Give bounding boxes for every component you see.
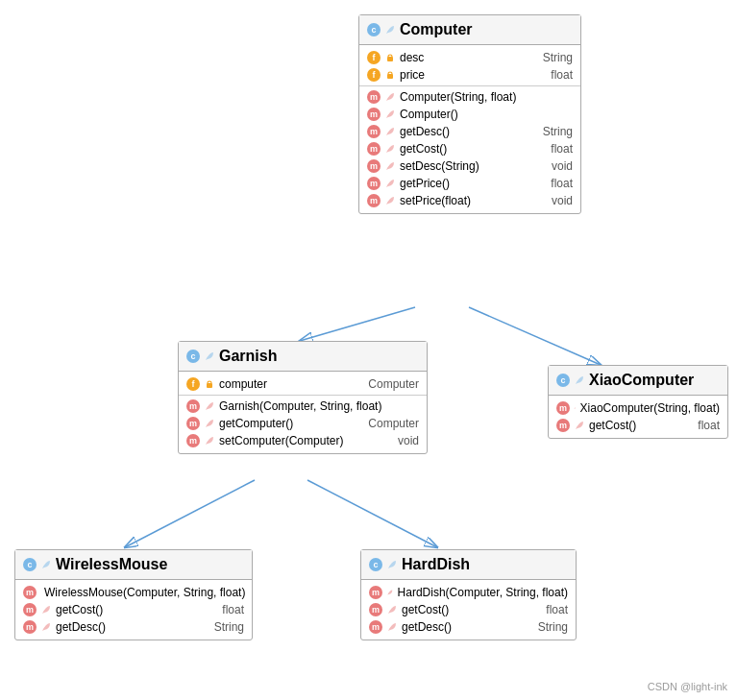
method-name: getDesc()	[402, 620, 452, 634]
field-type: Computer	[368, 377, 419, 391]
method-name: getCost()	[402, 603, 449, 616]
class-xiaocomputer-body: m XiaoComputer(String, float) m getCost(…	[549, 396, 727, 438]
table-row: m getCost() float	[361, 601, 576, 618]
class-wirelessmouse-body: m WirelessMouse(Computer, String, float)…	[15, 580, 252, 640]
method-type: float	[222, 603, 244, 616]
method-type: float	[546, 603, 568, 616]
method-name: getCost()	[56, 603, 103, 616]
badge-m: m	[556, 401, 570, 415]
method-name: HardDish(Computer, String, float)	[398, 586, 568, 599]
leaf-icon-garnish	[204, 350, 215, 362]
field-name: desc	[400, 51, 424, 64]
svg-line-4	[307, 480, 437, 547]
method-type: float	[698, 419, 720, 432]
method-name: getComputer()	[219, 417, 293, 430]
class-harddish-body: m HardDish(Computer, String, float) m ge…	[361, 580, 576, 640]
table-row: m getPrice() float	[359, 175, 580, 192]
method-name: Garnish(Computer, String, float)	[219, 399, 381, 413]
badge-f: f	[367, 68, 381, 82]
table-row: m Computer()	[359, 106, 580, 123]
method-name: XiaoComputer(String, float)	[580, 401, 720, 415]
class-garnish: c Garnish f computer Computer m Garnish(…	[178, 341, 428, 454]
class-garnish-body: f computer Computer m Garnish(Computer, …	[179, 372, 427, 453]
badge-m: m	[367, 142, 381, 156]
table-row: f computer Computer	[179, 375, 427, 393]
badge-c-wirelessmouse: c	[23, 558, 37, 571]
badge-m: m	[369, 586, 382, 599]
leaf-icon	[386, 621, 398, 633]
table-row: m getComputer() Computer	[179, 415, 427, 432]
method-type: String	[538, 620, 568, 634]
badge-c-harddish: c	[369, 558, 382, 571]
leaf-icon	[386, 604, 398, 616]
leaf-icon	[384, 195, 396, 206]
badge-m: m	[367, 125, 381, 138]
method-type: Computer	[368, 417, 419, 430]
table-row: m Garnish(Computer, String, float)	[179, 398, 427, 415]
leaf-icon-computer	[384, 24, 396, 36]
badge-f: f	[367, 51, 381, 64]
table-row: m getDesc() String	[359, 123, 580, 140]
class-computer: c Computer f desc String f price float	[358, 14, 581, 214]
badge-m: m	[23, 603, 37, 616]
method-type: void	[398, 434, 419, 447]
table-row: f desc String	[359, 49, 580, 66]
badge-m: m	[369, 603, 382, 616]
lock-icon	[384, 69, 396, 81]
table-row: m HardDish(Computer, String, float)	[361, 584, 576, 601]
leaf-icon	[40, 621, 52, 633]
leaf-icon-wirelessmouse	[40, 559, 52, 570]
leaf-icon-xiaocomputer	[574, 374, 585, 386]
field-name: price	[400, 68, 425, 82]
method-name: setPrice(float)	[400, 194, 471, 207]
table-row: m setPrice(float) void	[359, 192, 580, 209]
svg-line-1	[300, 307, 415, 341]
method-name: getCost()	[589, 419, 636, 432]
table-row: m setDesc(String) void	[359, 157, 580, 175]
class-xiaocomputer-title: XiaoComputer	[589, 372, 694, 389]
leaf-icon	[204, 418, 215, 429]
table-row: m XiaoComputer(String, float)	[549, 399, 727, 417]
table-row: m Computer(String, float)	[359, 88, 580, 106]
class-garnish-header: c Garnish	[179, 342, 427, 372]
class-wirelessmouse-title: WirelessMouse	[56, 556, 167, 573]
method-name: getDesc()	[56, 620, 106, 634]
leaf-icon	[384, 91, 396, 103]
method-type: void	[552, 159, 573, 173]
badge-f: f	[186, 377, 200, 391]
table-row: m setComputer(Computer) void	[179, 432, 427, 449]
class-computer-header: c Computer	[359, 15, 580, 45]
table-row: m getCost() float	[15, 601, 252, 618]
method-type: float	[551, 142, 573, 156]
badge-c-computer: c	[367, 23, 381, 36]
table-row: m getDesc() String	[361, 618, 576, 636]
leaf-icon	[384, 126, 396, 137]
leaf-icon	[574, 402, 577, 414]
diagram-container: c Computer f desc String f price float	[0, 0, 737, 700]
method-type: String	[543, 125, 573, 138]
method-name: getPrice()	[400, 177, 450, 190]
class-harddish-header: c HardDish	[361, 550, 576, 580]
method-name: getDesc()	[400, 125, 450, 138]
badge-m: m	[367, 177, 381, 190]
method-type: void	[552, 194, 573, 207]
leaf-icon	[384, 160, 396, 172]
badge-m: m	[556, 419, 570, 432]
leaf-icon-harddish	[386, 559, 398, 570]
svg-line-3	[125, 480, 255, 547]
method-name: Computer(String, float)	[400, 90, 516, 104]
svg-rect-8	[388, 72, 392, 75]
leaf-icon	[574, 420, 585, 431]
class-xiaocomputer-header: c XiaoComputer	[549, 366, 727, 396]
leaf-icon	[40, 604, 52, 616]
class-computer-body: f desc String f price float m Computer(S…	[359, 45, 580, 213]
field-type: float	[551, 68, 573, 82]
badge-c-xiaocomputer: c	[556, 374, 570, 387]
method-type: float	[551, 177, 573, 190]
leaf-icon	[204, 400, 215, 412]
class-xiaocomputer: c XiaoComputer m XiaoComputer(String, fl…	[548, 365, 728, 439]
svg-line-2	[469, 307, 601, 365]
badge-m: m	[367, 90, 381, 104]
leaf-icon	[384, 143, 396, 155]
class-harddish: c HardDish m HardDish(Computer, String, …	[360, 549, 577, 640]
